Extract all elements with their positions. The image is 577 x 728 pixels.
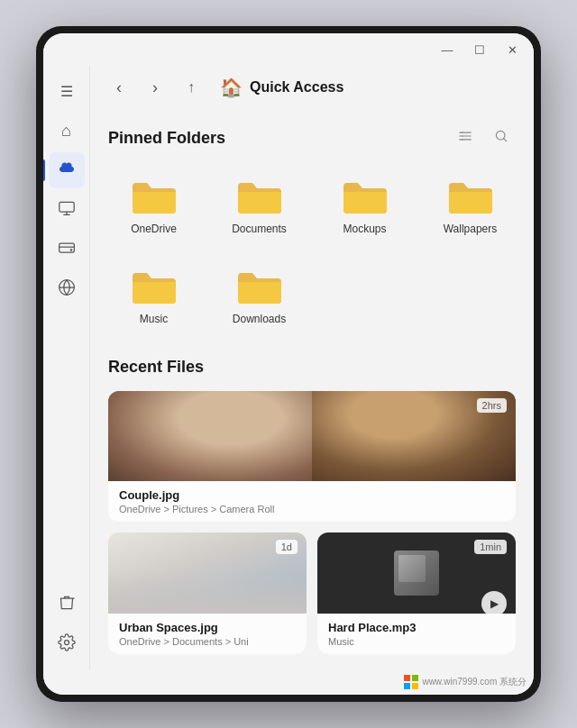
couple-info: Couple.jpg OneDrive > Pictures > Camera … <box>108 481 516 522</box>
urban-info: Urban Spaces.jpg OneDrive > Documents > … <box>108 614 307 654</box>
screen: — ☐ ✕ ☰ ⌂ <box>43 33 534 695</box>
svg-point-7 <box>462 139 463 141</box>
nav-bar: ‹ › ↑ 🏠 Quick Access <box>90 66 534 109</box>
search-button[interactable] <box>487 123 516 152</box>
folder-onedrive-label: OneDrive <box>131 223 177 235</box>
recent-files-title: Recent Files <box>108 358 204 377</box>
recent-file-couple[interactable]: 2hrs Couple.jpg OneDrive > Pictures > Ca… <box>108 391 516 522</box>
scroll-area[interactable]: Pinned Folders <box>90 109 534 669</box>
device-frame: — ☐ ✕ ☰ ⌂ <box>36 26 541 702</box>
hardplace-filename: Hard Place.mp3 <box>328 621 505 634</box>
recent-files-section: Recent Files 2hrs Couple.jpg OneDrive > … <box>108 358 516 654</box>
cloud-icon <box>58 161 76 179</box>
couple-filepath: OneDrive > Pictures > Camera Roll <box>119 504 505 514</box>
hamburger-icon: ☰ <box>60 83 73 100</box>
recent-files-header: Recent Files <box>108 358 516 377</box>
svg-point-6 <box>462 135 463 137</box>
folder-documents-label: Documents <box>232 223 287 235</box>
folder-icon <box>340 174 390 217</box>
section-actions <box>451 123 516 152</box>
sidebar-item-network[interactable] <box>49 271 85 307</box>
folder-mockups[interactable]: Mockups <box>319 167 410 242</box>
folder-mockups-label: Mockups <box>343 223 386 235</box>
sidebar-item-menu[interactable]: ☰ <box>49 73 85 109</box>
folder-icon <box>234 174 285 217</box>
urban-filename: Urban Spaces.jpg <box>119 621 296 634</box>
bottom-row: 1d Urban Spaces.jpg OneDrive > Documents… <box>108 532 516 654</box>
nav-folder-icon: 🏠 <box>220 77 243 98</box>
urban-filepath: OneDrive > Documents > Uni <box>119 636 296 647</box>
folder-documents[interactable]: Documents <box>214 167 305 242</box>
forward-button[interactable]: › <box>141 73 169 102</box>
forward-icon: › <box>152 78 158 97</box>
folder-icon <box>445 174 496 217</box>
maximize-button[interactable]: ☐ <box>465 39 494 60</box>
watermark-bar: www.win7999.com 系统分 <box>43 669 534 695</box>
drive-icon <box>58 241 76 259</box>
folder-downloads-label: Downloads <box>233 313 286 325</box>
play-button[interactable]: ▶ <box>481 591 507 616</box>
folder-downloads[interactable]: Downloads <box>214 257 305 332</box>
music-album-art <box>394 551 439 596</box>
recent-file-hardplace[interactable]: 1min ▶ Hard Place.mp3 Music <box>317 532 516 654</box>
nav-title: 🏠 Quick Access <box>220 77 343 98</box>
watermark: www.win7999.com 系统分 <box>404 675 527 689</box>
minimize-button[interactable]: — <box>433 39 462 60</box>
sidebar-item-trash[interactable] <box>49 587 85 623</box>
nav-title-text: Quick Access <box>250 79 343 96</box>
title-bar: — ☐ ✕ <box>43 33 534 66</box>
monitor-icon <box>58 200 76 220</box>
folders-grid: OneDrive Documents <box>108 167 516 332</box>
folder-onedrive[interactable]: OneDrive <box>108 167 199 242</box>
recent-file-urban[interactable]: 1d Urban Spaces.jpg OneDrive > Documents… <box>108 532 307 654</box>
trash-icon <box>59 594 75 615</box>
couple-time: 2hrs <box>477 398 507 413</box>
sidebar-item-settings[interactable] <box>49 626 85 662</box>
couple-filename: Couple.jpg <box>119 488 505 502</box>
watermark-text: www.win7999.com 系统分 <box>422 676 527 688</box>
list-view-button[interactable] <box>451 123 480 152</box>
list-view-icon <box>457 130 473 146</box>
main-layout: ☰ ⌂ <box>43 66 534 669</box>
sidebar-item-desktop[interactable] <box>49 192 85 228</box>
pinned-folders-title: Pinned Folders <box>108 129 225 148</box>
folder-wallpapers-label: Wallpapers <box>444 223 498 235</box>
title-bar-controls: — ☐ ✕ <box>433 39 527 60</box>
hardplace-time: 1min <box>474 540 507 554</box>
search-icon <box>494 129 508 147</box>
folder-wallpapers[interactable]: Wallpapers <box>425 167 516 242</box>
folder-icon <box>129 174 179 217</box>
svg-point-5 <box>462 132 463 133</box>
hardplace-info: Hard Place.mp3 Music <box>317 614 516 654</box>
ms-logo <box>404 675 418 689</box>
folder-icon <box>129 264 179 307</box>
up-button[interactable]: ↑ <box>177 73 206 102</box>
folder-music-label: Music <box>140 313 168 325</box>
up-icon: ↑ <box>188 79 195 96</box>
svg-rect-1 <box>59 243 74 252</box>
folder-icon <box>234 264 285 307</box>
sidebar-item-drive[interactable] <box>49 232 85 268</box>
svg-point-4 <box>64 641 69 645</box>
sidebar-item-home[interactable]: ⌂ <box>49 113 85 149</box>
hardplace-filepath: Music <box>328 636 505 647</box>
urban-time: 1d <box>276 540 298 554</box>
svg-point-2 <box>69 249 72 251</box>
network-icon <box>58 278 76 300</box>
pinned-folders-header: Pinned Folders <box>108 123 516 152</box>
sidebar-item-cloud[interactable] <box>49 152 85 188</box>
folder-music[interactable]: Music <box>108 257 199 332</box>
couple-image <box>108 391 516 481</box>
home-icon: ⌂ <box>61 122 71 141</box>
back-button[interactable]: ‹ <box>105 73 133 102</box>
settings-icon <box>58 633 76 655</box>
content-area: ‹ › ↑ 🏠 Quick Access <box>90 66 534 669</box>
back-icon: ‹ <box>116 78 122 97</box>
sidebar: ☰ ⌂ <box>43 66 90 669</box>
close-button[interactable]: ✕ <box>498 39 527 60</box>
svg-rect-0 <box>59 202 73 212</box>
